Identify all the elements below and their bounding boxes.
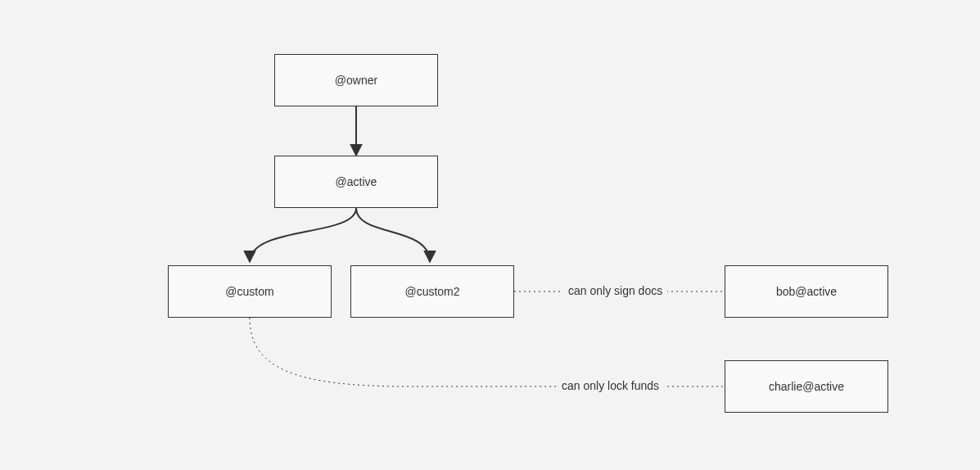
node-charlie-label: charlie@active — [769, 380, 844, 393]
diagram-canvas: @owner @active @custom @custom2 bob@acti… — [0, 0, 980, 470]
node-custom2-label: @custom2 — [404, 285, 459, 298]
edge-active-custom2 — [356, 208, 430, 262]
node-owner-label: @owner — [335, 74, 377, 87]
node-custom-label: @custom — [225, 285, 273, 298]
node-custom: @custom — [168, 265, 332, 318]
node-bob-label: bob@active — [776, 285, 837, 298]
node-charlie: charlie@active — [725, 360, 888, 413]
edge-label-custom-charlie-text: can only lock funds — [562, 379, 659, 392]
node-bob: bob@active — [725, 265, 888, 318]
node-active: @active — [274, 156, 438, 208]
edge-custom-charlie — [250, 318, 725, 386]
node-custom2: @custom2 — [350, 265, 514, 318]
node-owner: @owner — [274, 54, 438, 106]
edge-label-custom2-bob: can only sign docs — [563, 284, 667, 297]
edge-label-custom2-bob-text: can only sign docs — [568, 284, 662, 297]
node-active-label: @active — [336, 175, 377, 188]
edge-active-custom — [250, 208, 356, 262]
edge-label-custom-charlie: can only lock funds — [557, 379, 664, 392]
